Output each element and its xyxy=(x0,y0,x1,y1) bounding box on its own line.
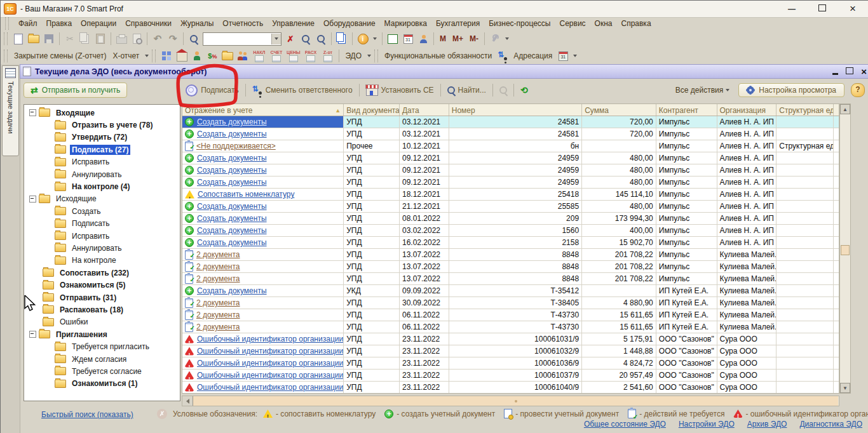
action-link[interactable]: Создать документы xyxy=(197,116,267,128)
action-link[interactable]: 2 документа xyxy=(196,297,240,309)
action-link[interactable]: Создать документы xyxy=(197,128,267,140)
close-shift-button[interactable]: Закрытие смены (Z-отчет) xyxy=(11,50,109,62)
table-row-7[interactable]: Создать документыУПД21.12.202125585480,0… xyxy=(182,201,839,213)
column-header-4[interactable]: Сумма xyxy=(582,104,656,116)
menu-item-12[interactable]: Окна xyxy=(590,18,617,29)
tree-item-20[interactable]: Ждем согласия xyxy=(24,353,180,365)
table-row-20[interactable]: Ошибочный идентификатор организацииУПД23… xyxy=(182,357,839,370)
quick-doc-button-2[interactable]: ЦЕНЫ xyxy=(285,50,302,62)
toolbar-grip-3[interactable] xyxy=(152,50,156,62)
current-tasks-vertical-tab[interactable]: Текущие задачи xyxy=(2,65,19,156)
action-link[interactable]: 2 документа xyxy=(196,273,240,284)
table-row-1[interactable]: Создать документыУПД03.12.202124581720,0… xyxy=(182,128,839,140)
table-row-3[interactable]: Создать документыУПД09.12.202124959480,0… xyxy=(182,152,839,164)
find-button[interactable]: Найти... xyxy=(444,86,490,95)
addressing-notebook-icon[interactable] xyxy=(555,48,571,63)
quick-doc-button-1[interactable]: СЧЕТ xyxy=(268,50,285,62)
save-icon[interactable] xyxy=(41,31,57,46)
print-preview-icon[interactable] xyxy=(129,31,144,46)
footer-link-2[interactable]: Архив ЭДО xyxy=(747,420,787,429)
table-row-2[interactable]: <Не поддерживается>Прочее10.12.2021бнИмп… xyxy=(182,140,839,152)
help-button[interactable]: ? xyxy=(851,83,865,97)
table-row-13[interactable]: 2 документаУПД13.07.20228848201 708,22Им… xyxy=(182,273,839,285)
cancel-search-icon[interactable] xyxy=(496,83,511,98)
tree-item-14[interactable]: Ознакомиться (5) xyxy=(24,279,180,291)
tree-item-1[interactable]: Отразить в учете (78) xyxy=(24,119,180,131)
table-row-9[interactable]: Создать документыУПД03.02.20221560400,00… xyxy=(182,225,839,237)
memory-button-2[interactable]: М- xyxy=(466,34,482,43)
menu-item-9[interactable]: Бухгалтерия xyxy=(431,18,484,29)
menu-item-6[interactable]: Управление xyxy=(268,18,319,29)
undo-icon[interactable] xyxy=(150,31,165,46)
menu-item-5[interactable]: Отчетность xyxy=(218,18,268,29)
tree-item-11[interactable]: Аннулировать xyxy=(24,242,180,254)
clear-search-icon[interactable]: ✗ xyxy=(283,31,298,46)
edo-menu-button[interactable]: ЭДО xyxy=(342,50,365,62)
toolbar-grip-2[interactable] xyxy=(4,50,8,62)
action-link[interactable]: Создать документы xyxy=(197,152,267,164)
documents-folder-icon[interactable] xyxy=(220,48,235,63)
table-row-17[interactable]: 2 документаУПД06.11.2022Т-4373015 611,65… xyxy=(182,321,839,333)
menu-item-8[interactable]: Маркировка xyxy=(380,18,431,29)
horizontal-scroll-thumb[interactable] xyxy=(193,396,838,406)
quick-doc-button-4[interactable]: Z-от xyxy=(319,50,336,62)
send-and-receive-button[interactable]: ⇄ Отправить и получить xyxy=(24,83,127,98)
view-settings-button[interactable]: Настройка просмотра xyxy=(738,83,844,97)
tree-item-22[interactable]: Ознакомиться (1) xyxy=(24,378,180,390)
table-row-4[interactable]: Создать документыУПД09.12.202124959480,0… xyxy=(182,164,839,177)
menu-item-1[interactable]: Правка xyxy=(42,18,77,29)
table-row-16[interactable]: 2 документаУПД06.11.2022Т-4373015 611,65… xyxy=(182,309,839,321)
footer-link-1[interactable]: Настройки ЭДО xyxy=(679,420,735,429)
functional-duties-icon[interactable] xyxy=(495,48,510,63)
store-icon[interactable] xyxy=(174,48,189,63)
table-row-6[interactable]: Сопоставить номенклатуруУПД18.12.2021254… xyxy=(182,189,839,201)
edo-close-icon[interactable]: × xyxy=(861,66,867,77)
action-link[interactable]: 2 документа xyxy=(196,261,240,272)
services-dropdown-icon[interactable] xyxy=(505,37,509,40)
action-link[interactable]: Создать документы xyxy=(197,237,267,248)
scroll-up-icon[interactable]: ▲ xyxy=(840,104,850,114)
tree-item-21[interactable]: Требуется согласие xyxy=(24,365,180,377)
column-header-6[interactable]: Организация xyxy=(717,104,777,116)
tree-item-5[interactable]: Аннулировать xyxy=(24,168,180,180)
memory-button-0[interactable]: М xyxy=(437,34,449,43)
tree-item-19[interactable]: Требуется пригласить xyxy=(24,340,180,352)
tree-item-4[interactable]: Исправить xyxy=(24,156,180,168)
addressing-button[interactable]: Адресация xyxy=(510,50,555,62)
tree-item-10[interactable]: Исправить xyxy=(24,230,180,242)
action-link[interactable]: Создать документы xyxy=(197,177,267,188)
action-link[interactable]: 2 документа xyxy=(196,249,240,260)
info-icon[interactable]: i xyxy=(355,31,370,46)
counterparties-icon[interactable] xyxy=(235,48,250,63)
minimize-button-icon[interactable]: — xyxy=(785,4,799,13)
toolbar-grip[interactable] xyxy=(4,32,8,45)
action-link[interactable]: 2 документа xyxy=(196,309,240,321)
quick-search-link[interactable]: Быстрый поиск (показать) xyxy=(41,410,133,419)
action-link[interactable]: Сопоставить номенклатуру xyxy=(198,189,294,200)
table-row-12[interactable]: 2 документаУПД13.07.20228848201 708,22Им… xyxy=(182,261,839,273)
open-icon[interactable] xyxy=(26,31,41,46)
vertical-scroll-thumb[interactable] xyxy=(841,245,850,255)
table-row-19[interactable]: Ошибочный идентификатор организацииУПД23… xyxy=(182,345,839,357)
duplicate-pages-icon[interactable] xyxy=(334,31,349,46)
table-row-22[interactable]: Ошибочный идентификатор организацииУПД23… xyxy=(182,382,839,394)
table-row-0[interactable]: Создать документыУПД03.12.202124581720,0… xyxy=(182,116,839,128)
tree-item-3[interactable]: Подписать (27) xyxy=(24,143,180,156)
action-link[interactable]: Создать документы xyxy=(197,225,267,236)
tree-item-18[interactable]: Приглашения xyxy=(24,328,180,340)
functional-duties-button[interactable]: Функциональные обязанности xyxy=(381,50,495,62)
new-document-icon[interactable] xyxy=(11,31,26,46)
tree-item-13[interactable]: Сопоставить (232) xyxy=(24,267,180,279)
tree-expander-icon[interactable] xyxy=(29,109,36,116)
menu-item-13[interactable]: Справка xyxy=(616,18,655,29)
search-icon[interactable] xyxy=(186,31,201,46)
column-header-2[interactable]: Дата xyxy=(400,104,449,116)
table-row-5[interactable]: Создать документыУПД09.12.202124959480,0… xyxy=(182,177,839,189)
nomenclature-cubes-icon[interactable] xyxy=(159,48,174,63)
action-link[interactable]: Создать документы xyxy=(197,285,267,296)
search-input[interactable] xyxy=(203,34,271,44)
table-row-14[interactable]: Создать документыУКД09.09.2022Т-35412ИП … xyxy=(182,285,839,297)
scroll-left-icon[interactable] xyxy=(182,396,193,406)
table-row-10[interactable]: Создать документыУПД16.02.2022215815 902… xyxy=(182,237,839,249)
copy-icon[interactable] xyxy=(78,31,93,46)
